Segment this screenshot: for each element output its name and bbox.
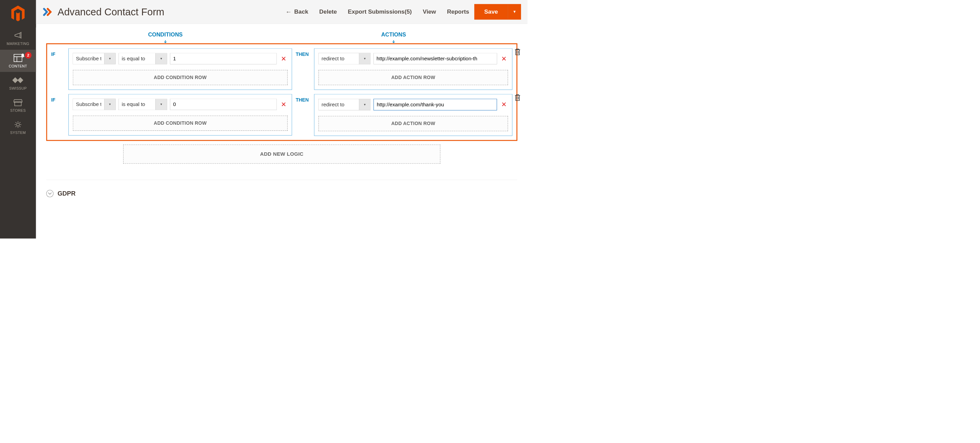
action-type-select[interactable]: ▼ <box>318 53 371 64</box>
condition-column: ▼ ▼ ✕ ADD CONDITION ROW <box>68 48 292 90</box>
logic-row: IF ▼ ▼ ✕ <box>51 48 512 90</box>
save-dropdown-toggle[interactable]: ▼ <box>508 4 521 20</box>
condition-operator-select[interactable]: ▼ <box>118 53 167 64</box>
then-label: THEN <box>296 48 312 57</box>
sidebar-item-content[interactable]: CONTENT 2 <box>0 50 36 72</box>
sidebar-item-label: SYSTEM <box>10 131 26 135</box>
add-action-row-button[interactable]: ADD ACTION ROW <box>318 116 508 131</box>
sidebar-item-swissup[interactable]: SWISSUP <box>0 72 36 94</box>
delete-logic-row-button[interactable] <box>514 94 521 102</box>
magento-logo[interactable] <box>0 0 36 28</box>
action-url-input[interactable] <box>374 99 497 110</box>
chevron-down-icon[interactable]: ▼ <box>156 53 167 64</box>
remove-condition-button[interactable]: ✕ <box>280 55 288 63</box>
if-label: IF <box>51 94 67 103</box>
delete-logic-row-button[interactable] <box>514 48 521 56</box>
remove-action-button[interactable]: ✕ <box>500 55 508 63</box>
condition-value-input[interactable] <box>170 99 277 110</box>
if-label: IF <box>51 48 67 57</box>
condition-operator-select[interactable]: ▼ <box>118 99 167 110</box>
add-action-row-button[interactable]: ADD ACTION ROW <box>318 70 508 85</box>
remove-action-button[interactable]: ✕ <box>500 101 508 109</box>
sidebar-item-label: SWISSUP <box>9 86 27 90</box>
page-title-icon <box>43 7 54 16</box>
condition-operator-input[interactable] <box>119 53 156 64</box>
condition-field-input[interactable] <box>73 99 104 110</box>
export-submissions-button[interactable]: Export Submissions(5) <box>348 8 412 15</box>
bell-icon <box>20 53 25 58</box>
condition-field-select[interactable]: ▼ <box>73 53 116 64</box>
chevron-down-icon[interactable]: ▼ <box>104 99 115 110</box>
condition-column: ▼ ▼ ✕ ADD CONDITION ROW <box>68 94 292 135</box>
page-title: Advanced Contact Form <box>57 6 285 18</box>
view-button[interactable]: View <box>423 8 436 15</box>
then-label: THEN <box>296 94 312 103</box>
logic-rules-container: IF ▼ ▼ ✕ <box>46 43 518 141</box>
delete-button[interactable]: Delete <box>320 8 337 15</box>
conditions-column-header: CONDITIONS <box>46 32 270 38</box>
arrow-left-icon: ← <box>285 8 291 15</box>
stores-icon <box>14 98 22 107</box>
condition-value-input[interactable] <box>170 53 277 64</box>
condition-field-select[interactable]: ▼ <box>73 99 116 110</box>
chevron-down-icon <box>46 190 54 197</box>
sidebar-item-label: CONTENT <box>9 64 27 68</box>
svg-marker-3 <box>12 77 18 83</box>
reports-button[interactable]: Reports <box>447 8 469 15</box>
action-column: ▼ ✕ ADD ACTION ROW <box>314 94 512 136</box>
megaphone-icon <box>14 31 22 41</box>
sidebar-item-stores[interactable]: STORES <box>0 94 36 116</box>
condition-operator-input[interactable] <box>119 99 156 110</box>
page-header: Advanced Contact Form ← Back Delete Expo… <box>36 0 528 24</box>
save-button-group: Save ▼ <box>474 4 521 20</box>
swissup-icon <box>12 76 24 85</box>
notification-badge[interactable]: 2 <box>25 52 31 58</box>
action-url-input[interactable] <box>374 53 497 64</box>
chevron-down-icon[interactable]: ▼ <box>156 99 167 110</box>
add-condition-row-button[interactable]: ADD CONDITION ROW <box>73 70 288 85</box>
svg-marker-4 <box>18 77 23 83</box>
actions-column-header: ACTIONS <box>270 32 518 38</box>
gdpr-section-title: GDPR <box>57 190 76 197</box>
condition-field-input[interactable] <box>73 53 104 64</box>
logic-row: IF ▼ ▼ ✕ <box>51 94 512 136</box>
chevron-down-icon[interactable]: ▼ <box>359 99 370 110</box>
svg-point-5 <box>16 123 19 126</box>
action-column: ▼ ✕ ADD ACTION ROW <box>314 48 512 90</box>
action-type-input[interactable] <box>319 53 359 64</box>
add-condition-row-button[interactable]: ADD CONDITION ROW <box>73 116 288 131</box>
sidebar-item-label: STORES <box>10 108 26 112</box>
save-button[interactable]: Save <box>474 4 508 20</box>
sidebar-item-label: MARKETING <box>7 42 29 46</box>
chevron-down-icon[interactable]: ▼ <box>104 53 115 64</box>
gdpr-section-toggle[interactable]: GDPR <box>46 180 518 197</box>
sidebar-item-system[interactable]: SYSTEM <box>0 116 36 139</box>
remove-condition-button[interactable]: ✕ <box>280 100 288 108</box>
sidebar: MARKETING CONTENT 2 SWISSUP STORES SYSTE… <box>0 0 36 239</box>
gear-icon <box>14 120 22 129</box>
add-new-logic-button[interactable]: ADD NEW LOGIC <box>123 145 440 164</box>
back-button[interactable]: ← Back <box>285 8 308 15</box>
chevron-down-icon[interactable]: ▼ <box>359 53 370 64</box>
action-type-select[interactable]: ▼ <box>318 99 371 110</box>
back-label: Back <box>294 8 308 15</box>
action-type-input[interactable] <box>319 99 359 110</box>
chevron-down-icon: ▼ <box>513 10 517 14</box>
sidebar-item-marketing[interactable]: MARKETING <box>0 28 36 50</box>
